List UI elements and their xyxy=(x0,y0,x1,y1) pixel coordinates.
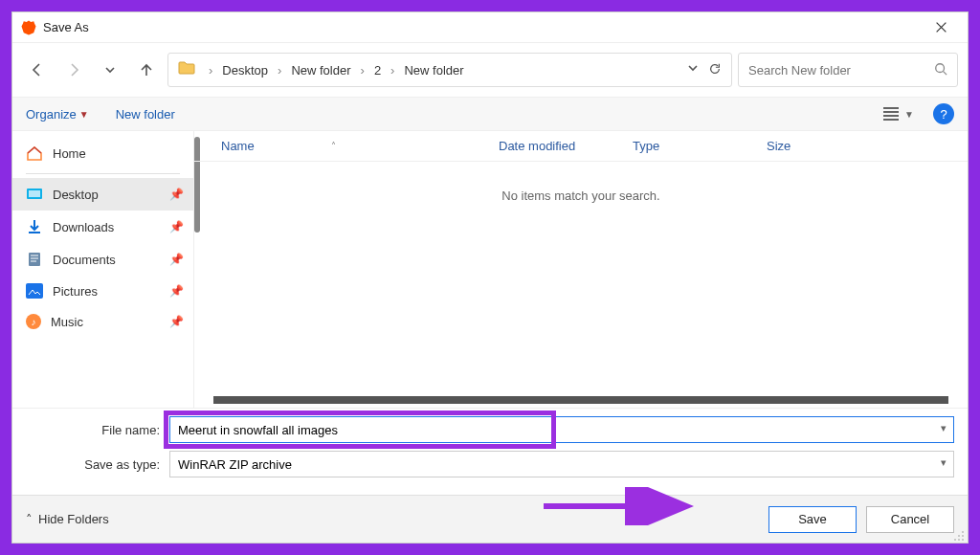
nav-toolbar: › Desktop › New folder › 2 › New folder xyxy=(12,43,968,97)
save-button[interactable]: Save xyxy=(768,506,857,533)
body-area: Home Desktop 📌 Downloads 📌 xyxy=(12,131,968,408)
breadcrumb-bar[interactable]: › Desktop › New folder › 2 › New folder xyxy=(167,53,732,87)
sidebar-item-downloads[interactable]: Downloads 📌 xyxy=(12,211,193,243)
breadcrumb-item[interactable]: New folder xyxy=(289,63,352,78)
save-as-dialog: Save As › Desktop › New folder › 2 › xyxy=(11,11,969,544)
horizontal-scrollbar[interactable] xyxy=(213,396,948,404)
new-folder-button[interactable]: New folder xyxy=(116,107,175,122)
resize-grip[interactable] xyxy=(952,527,966,541)
sidebar-label: Music xyxy=(51,315,83,329)
up-button[interactable] xyxy=(131,55,162,85)
chevron-right-icon: › xyxy=(205,63,216,78)
svg-point-11 xyxy=(954,539,956,541)
chevron-up-icon: ˄ xyxy=(26,512,33,526)
filename-label: File name: xyxy=(26,423,169,437)
column-size-header[interactable]: Size xyxy=(767,139,968,153)
sidebar-label: Pictures xyxy=(53,284,98,299)
svg-point-6 xyxy=(962,531,964,533)
brave-icon xyxy=(20,19,37,36)
filename-input[interactable] xyxy=(169,416,954,443)
music-icon: ♪ xyxy=(26,314,41,329)
breadcrumb-item[interactable]: Desktop xyxy=(220,63,270,78)
sidebar-label: Home xyxy=(53,146,86,161)
search-input[interactable] xyxy=(748,63,934,78)
svg-point-9 xyxy=(962,539,964,541)
sidebar-label: Desktop xyxy=(53,188,99,202)
svg-rect-3 xyxy=(29,253,40,266)
document-icon xyxy=(26,251,43,268)
breadcrumb-item[interactable]: 2 xyxy=(372,63,383,78)
svg-point-10 xyxy=(958,539,960,541)
column-name-header[interactable]: Name ˄ xyxy=(221,139,499,153)
close-button[interactable] xyxy=(922,14,960,41)
empty-list-message: No items match your search. xyxy=(194,162,968,203)
hide-folders-toggle[interactable]: ˄ Hide Folders xyxy=(26,512,109,526)
pin-icon: 📌 xyxy=(169,220,184,233)
window-title: Save As xyxy=(43,20,89,34)
svg-rect-4 xyxy=(27,284,42,298)
breadcrumb-dropdown[interactable] xyxy=(687,62,699,78)
chevron-right-icon: › xyxy=(387,63,398,78)
svg-point-8 xyxy=(958,535,960,537)
command-bar: Organize ▼ New folder ▼ ? xyxy=(12,97,968,131)
back-button[interactable] xyxy=(22,55,53,85)
sidebar: Home Desktop 📌 Downloads 📌 xyxy=(12,131,194,408)
column-headers: Name ˄ Date modified Type Size xyxy=(194,131,968,162)
pin-icon: 📌 xyxy=(169,284,184,298)
folder-icon xyxy=(178,61,195,78)
column-date-header[interactable]: Date modified xyxy=(499,139,633,153)
help-button[interactable]: ? xyxy=(933,103,954,124)
titlebar: Save As xyxy=(12,12,968,43)
forward-button[interactable] xyxy=(58,55,89,85)
chevron-right-icon: › xyxy=(274,63,285,78)
chevron-right-icon: › xyxy=(357,63,368,78)
sort-indicator-icon: ˄ xyxy=(331,141,336,151)
column-type-header[interactable]: Type xyxy=(633,139,767,153)
search-icon xyxy=(934,62,947,78)
home-icon xyxy=(26,144,43,162)
sidebar-label: Documents xyxy=(53,253,116,267)
sidebar-item-documents[interactable]: Documents 📌 xyxy=(12,243,193,276)
filename-panel: File name: ▾ Save as type: ▾ xyxy=(12,408,968,495)
download-icon xyxy=(26,218,43,235)
sidebar-item-music[interactable]: ♪ Music 📌 xyxy=(12,306,193,337)
sidebar-item-desktop[interactable]: Desktop 📌 xyxy=(12,178,193,211)
desktop-icon xyxy=(26,186,43,203)
chevron-down-icon: ▼ xyxy=(904,109,914,120)
sidebar-item-home[interactable]: Home xyxy=(12,137,193,169)
svg-point-7 xyxy=(962,535,964,537)
cancel-button[interactable]: Cancel xyxy=(866,506,954,533)
recent-dropdown[interactable] xyxy=(95,55,125,85)
svg-rect-2 xyxy=(29,190,40,197)
search-box[interactable] xyxy=(738,53,958,87)
svg-point-0 xyxy=(936,63,945,72)
dialog-footer: ˄ Hide Folders Save Cancel xyxy=(12,495,968,543)
sidebar-item-pictures[interactable]: Pictures 📌 xyxy=(12,276,193,306)
sidebar-divider xyxy=(26,173,180,174)
pictures-icon xyxy=(26,283,43,299)
pin-icon: 📌 xyxy=(169,253,184,266)
organize-label: Organize xyxy=(26,107,77,122)
savetype-combo[interactable] xyxy=(169,451,954,477)
sidebar-label: Downloads xyxy=(53,220,114,234)
refresh-button[interactable] xyxy=(708,62,722,78)
chevron-down-icon: ▼ xyxy=(79,109,89,120)
pin-icon: 📌 xyxy=(169,188,184,201)
file-list-area: Name ˄ Date modified Type Size No items … xyxy=(194,131,968,408)
savetype-label: Save as type: xyxy=(26,457,169,472)
view-mode-button[interactable]: ▼ xyxy=(876,103,922,124)
pin-icon: 📌 xyxy=(169,315,184,328)
organize-menu[interactable]: Organize ▼ xyxy=(26,107,89,122)
breadcrumb-item[interactable]: New folder xyxy=(402,63,465,78)
